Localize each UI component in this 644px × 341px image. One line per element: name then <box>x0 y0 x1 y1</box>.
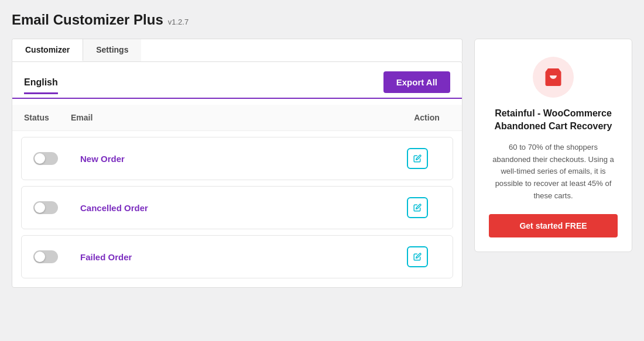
col-header-action: Action <box>403 113 450 122</box>
tab-settings[interactable]: Settings <box>83 39 141 61</box>
cart-icon-circle <box>533 57 574 98</box>
table-row: Failed Order <box>21 235 453 278</box>
promo-description: 60 to 70% of the shoppers abandoned thei… <box>489 142 618 202</box>
toggle-wrap <box>33 152 80 165</box>
action-wrap <box>394 246 441 267</box>
language-tab[interactable]: English <box>24 77 58 94</box>
page-title: Email Customizer Plus <box>12 12 163 28</box>
col-header-email: Email <box>71 113 403 122</box>
promo-title: Retainful - WooCommerce Abandoned Cart R… <box>489 107 618 133</box>
left-panel: Customizer Settings English Export All S… <box>12 39 463 288</box>
toggle-new-order[interactable] <box>33 152 58 165</box>
toggle-wrap <box>33 201 80 214</box>
table-header: Status Email Action <box>12 105 462 131</box>
promo-panel: Retainful - WooCommerce Abandoned Cart R… <box>474 39 632 252</box>
email-label-new-order[interactable]: New Order <box>80 154 394 164</box>
content-header: English Export All <box>12 62 462 99</box>
toggle-failed-order[interactable] <box>33 250 58 263</box>
get-started-button[interactable]: Get started FREE <box>489 214 618 237</box>
email-label-failed-order[interactable]: Failed Order <box>80 252 394 262</box>
action-wrap <box>394 197 441 218</box>
toggle-wrap <box>33 250 80 263</box>
table-row: New Order <box>21 137 453 180</box>
cart-icon <box>543 67 564 88</box>
edit-button-new-order[interactable] <box>407 148 428 169</box>
export-all-button[interactable]: Export All <box>383 71 450 93</box>
tabs-bar: Customizer Settings <box>12 39 463 61</box>
tab-customizer[interactable]: Customizer <box>12 39 83 61</box>
content-box: English Export All Status Email Action N… <box>12 61 463 288</box>
col-header-status: Status <box>24 113 71 122</box>
edit-button-cancelled-order[interactable] <box>407 197 428 218</box>
action-wrap <box>394 148 441 169</box>
version-badge: v1.2.7 <box>168 18 189 26</box>
table-row: Cancelled Order <box>21 186 453 229</box>
edit-button-failed-order[interactable] <box>407 246 428 267</box>
email-label-cancelled-order[interactable]: Cancelled Order <box>80 203 394 213</box>
toggle-cancelled-order[interactable] <box>33 201 58 214</box>
